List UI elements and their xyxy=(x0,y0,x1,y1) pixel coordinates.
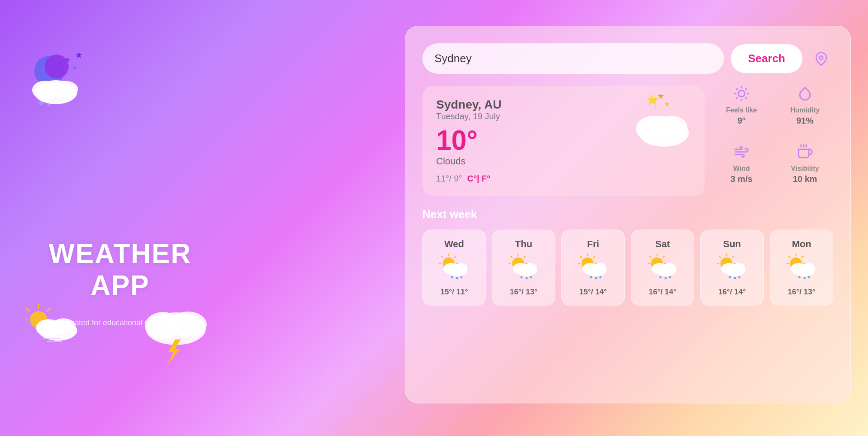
current-weather-icon: ⭐ ★ ✦ ★ xyxy=(623,94,692,161)
current-weather-card: Sydney, AU Tuesday, 19 July 10° Clouds 1… xyxy=(422,86,705,196)
forecast-icon-3 xyxy=(648,254,678,283)
svg-point-66 xyxy=(523,263,537,272)
svg-point-7 xyxy=(51,81,78,98)
svg-text:❄: ❄ xyxy=(39,100,44,106)
svg-point-33 xyxy=(645,116,675,135)
svg-line-42 xyxy=(746,88,747,89)
svg-point-79 xyxy=(590,276,592,279)
svg-point-105 xyxy=(738,276,741,279)
svg-text:★: ★ xyxy=(657,94,664,100)
svg-point-54 xyxy=(454,263,467,272)
svg-line-98 xyxy=(719,256,720,257)
svg-text:★: ★ xyxy=(75,51,83,60)
svg-text:★: ★ xyxy=(664,100,670,108)
forecast-day: Fri xyxy=(587,239,599,250)
app-subtitle: created for educational purposes xyxy=(17,318,223,327)
svg-line-37 xyxy=(736,88,737,89)
temp-range: 11°/ 9° C°| F° xyxy=(436,174,691,184)
feels-like-icon xyxy=(734,86,749,105)
svg-line-86 xyxy=(650,256,651,257)
svg-line-108 xyxy=(802,256,803,257)
svg-point-91 xyxy=(660,276,662,279)
svg-point-56 xyxy=(456,277,458,279)
weather-card: Search Sydney, AU Tuesday, 19 July 10° C… xyxy=(405,26,851,403)
forecast-temps: 16°/ 13° xyxy=(510,288,537,297)
forecast-temps: 16°/ 13° xyxy=(788,288,815,297)
forecast-day: Sat xyxy=(655,239,670,250)
forecast-card: Sat xyxy=(631,230,694,306)
feels-like-value: 9° xyxy=(737,116,745,126)
stat-humidity: Humidity 91% xyxy=(777,86,833,137)
stat-wind: Wind 3 m/s xyxy=(713,144,770,196)
svg-line-74 xyxy=(580,256,582,257)
forecast-icon-5 xyxy=(787,254,817,283)
forecast-card: Thu xyxy=(492,230,555,306)
svg-text:✦: ✦ xyxy=(653,104,658,111)
svg-point-25 xyxy=(820,56,823,59)
svg-point-92 xyxy=(665,277,667,279)
location-icon[interactable] xyxy=(809,47,833,71)
wind-icon xyxy=(734,144,749,163)
forecast-temps: 15°/ 14° xyxy=(579,288,607,297)
wind-label: Wind xyxy=(733,165,750,173)
next-week-section: Next week Wed xyxy=(422,208,833,306)
forecast-card: Wed xyxy=(422,230,486,306)
svg-point-78 xyxy=(593,263,606,272)
unit-toggle[interactable]: C°| F° xyxy=(467,174,491,184)
forecast-icon-2 xyxy=(578,254,608,283)
svg-point-117 xyxy=(808,276,810,279)
svg-point-5 xyxy=(34,80,77,104)
svg-point-81 xyxy=(600,276,602,279)
search-input[interactable] xyxy=(422,43,724,74)
svg-point-6 xyxy=(32,81,58,100)
svg-text:★: ★ xyxy=(64,56,70,64)
svg-line-84 xyxy=(663,256,664,257)
forecast-row: Wed xyxy=(422,230,833,306)
forecast-card: Sun xyxy=(700,230,764,306)
visibility-value: 10 km xyxy=(793,174,817,184)
moon-cloud-icon: ★ ★ ★ ❄ ❄ xyxy=(26,51,94,116)
svg-point-115 xyxy=(799,276,801,279)
feels-like-label: Feels like xyxy=(726,106,757,114)
next-week-label: Next week xyxy=(422,208,833,221)
svg-point-116 xyxy=(804,277,806,279)
svg-point-69 xyxy=(530,276,532,279)
svg-point-3 xyxy=(34,56,64,86)
forecast-icon-1 xyxy=(509,254,539,283)
svg-point-103 xyxy=(729,276,731,279)
svg-line-60 xyxy=(524,256,525,257)
svg-text:★: ★ xyxy=(72,64,78,71)
forecast-icon-0 xyxy=(439,254,469,283)
svg-point-34 xyxy=(738,91,745,97)
humidity-label: Humidity xyxy=(790,106,820,114)
svg-point-68 xyxy=(526,277,528,279)
app-title: WEATHER APP xyxy=(17,238,223,301)
forecast-card: Fri xyxy=(561,230,625,306)
left-panel: ★ ★ ★ ❄ ❄ xyxy=(0,0,240,436)
current-weather-row: Sydney, AU Tuesday, 19 July 10° Clouds 1… xyxy=(422,86,833,196)
svg-text:❄: ❄ xyxy=(47,103,51,107)
svg-line-110 xyxy=(789,256,790,257)
wind-value: 3 m/s xyxy=(730,174,752,184)
svg-line-96 xyxy=(732,256,734,257)
svg-point-57 xyxy=(461,276,463,279)
svg-line-72 xyxy=(594,256,595,257)
search-row: Search xyxy=(422,43,833,74)
svg-marker-24 xyxy=(167,339,181,365)
svg-point-93 xyxy=(669,276,671,279)
svg-point-104 xyxy=(734,277,736,279)
temperature-display: 10° xyxy=(436,127,478,154)
forecast-day: Wed xyxy=(444,239,464,250)
stats-panel: Feels like 9° Humidity 91% xyxy=(713,86,833,196)
temp-high: 11°/ 9° xyxy=(436,174,462,184)
svg-point-114 xyxy=(801,263,815,272)
forecast-temps: 15°/ 11° xyxy=(440,288,468,297)
visibility-icon xyxy=(797,144,813,163)
humidity-icon xyxy=(797,86,813,105)
svg-line-38 xyxy=(746,98,747,99)
visibility-label: Visibility xyxy=(791,165,819,173)
svg-line-62 xyxy=(511,256,512,257)
svg-point-67 xyxy=(521,276,523,279)
stat-visibility: Visibility 10 km xyxy=(777,144,833,196)
search-button[interactable]: Search xyxy=(731,44,802,73)
